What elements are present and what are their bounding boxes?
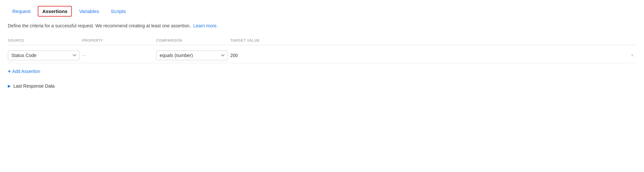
last-response-label: Last Response Data xyxy=(13,83,55,89)
last-response-section[interactable]: ▶ Last Response Data xyxy=(8,82,636,90)
tab-request[interactable]: Request xyxy=(8,5,35,17)
target-value-cell: 200 xyxy=(230,53,626,58)
page-container: Request Assertions Variables Scripts Def… xyxy=(0,0,644,172)
chevron-right-icon: ▶ xyxy=(8,84,11,88)
tab-scripts[interactable]: Scripts xyxy=(106,5,130,17)
remove-icon: × xyxy=(631,53,634,58)
comparison-select-wrapper: equals (number) not equals (number) grea… xyxy=(156,50,228,60)
remove-assertion-button[interactable]: × xyxy=(628,52,636,59)
tab-bar: Request Assertions Variables Scripts xyxy=(8,5,636,17)
add-assertion-button[interactable]: + Add Assertion xyxy=(8,68,40,74)
col-header-comparison: COMPARISON xyxy=(156,38,228,42)
learn-more-link[interactable]: Learn more. xyxy=(193,23,218,28)
table-row: Status Code Response Body Response Heade… xyxy=(8,48,636,63)
col-header-source: SOURCE xyxy=(8,38,79,42)
table-header: SOURCE PROPERTY COMPARISON TARGET VALUE xyxy=(8,36,636,45)
source-select[interactable]: Status Code Response Body Response Heade… xyxy=(8,50,79,60)
tab-assertions[interactable]: Assertions xyxy=(38,6,72,17)
description-static: Define the criteria for a successful req… xyxy=(8,23,191,28)
tab-variables[interactable]: Variables xyxy=(74,5,103,17)
description-text: Define the criteria for a successful req… xyxy=(8,22,636,29)
col-header-property: PROPERTY xyxy=(82,38,154,42)
property-cell: -- xyxy=(82,53,154,58)
add-assertion-label: Add Assertion xyxy=(12,69,40,74)
col-header-target-value: TARGET VALUE xyxy=(230,38,636,42)
plus-icon: + xyxy=(8,68,11,74)
source-select-wrapper: Status Code Response Body Response Heade… xyxy=(8,50,79,60)
comparison-select[interactable]: equals (number) not equals (number) grea… xyxy=(156,50,228,60)
